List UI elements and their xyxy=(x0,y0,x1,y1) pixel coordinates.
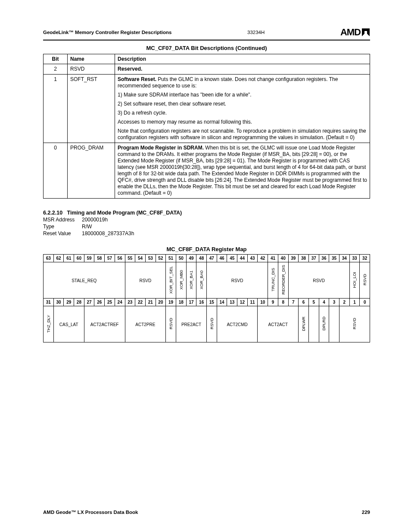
regmap-title: MC_CF8F_DATA Register Map xyxy=(43,246,370,252)
regmap-field: XOR_BA0 xyxy=(196,262,207,299)
section-heading: 6.2.2.10 Timing and Mode Program (MC_CF8… xyxy=(43,210,370,216)
regmap-field: RSVD xyxy=(207,262,268,299)
regmap-field: DPLRD xyxy=(319,306,329,342)
amd-logo: AMD xyxy=(340,27,370,38)
regmap-table: 6362616059585756555453525150494847464544… xyxy=(43,254,370,342)
footer-left: AMD Geode™ LX Processors Data Book xyxy=(43,510,138,515)
col-name: Name xyxy=(68,54,115,64)
regmap-field: XOR_BA1 xyxy=(186,262,196,299)
page: GeodeLink™ Memory Controller Register De… xyxy=(0,0,411,532)
regmap-field: TRUNC_DIS xyxy=(268,262,278,299)
regmap-field: RSVD xyxy=(360,262,370,299)
regmap-field: ACT2PRE xyxy=(125,306,166,342)
header-docnum: 33234H xyxy=(247,30,265,35)
table-row: 0PROG_DRAMProgram Mode Register in SDRAM… xyxy=(44,143,370,199)
regmap-field: XOR_MB0 xyxy=(176,262,186,299)
amd-arrow-icon xyxy=(361,28,370,37)
regmap-field: ACT2ACT xyxy=(258,306,299,342)
regmap-field: PRE2ACT xyxy=(176,306,206,342)
regmap-field: RSVD xyxy=(207,306,217,342)
page-footer: AMD Geode™ LX Processors Data Book 229 xyxy=(43,510,370,515)
regmap-field: XOR_BIT_SEL xyxy=(166,262,176,299)
col-desc: Description xyxy=(115,54,370,64)
regmap-field: CAS_LAT xyxy=(53,306,84,342)
regmap-field: REORDER_DIS xyxy=(278,262,288,299)
regmap-field: THZ_DLY xyxy=(44,306,54,342)
regmap-field: STALE_REQ xyxy=(44,262,125,299)
footer-pagenum: 229 xyxy=(362,510,370,515)
bitdesc-table: Bit Name Description 2RSVDReserved.1SOFT… xyxy=(43,54,370,199)
col-bit: Bit xyxy=(44,54,68,64)
regmap-field: RSVD xyxy=(166,306,176,342)
table-row: 2RSVDReserved. xyxy=(44,64,370,75)
regmap-field: RSVD xyxy=(125,262,166,299)
regmap-field: ACT2ACTREF xyxy=(84,306,125,342)
header-title: GeodeLink™ Memory Controller Register De… xyxy=(43,30,171,35)
regmap-field: HOI_LOI xyxy=(349,262,360,299)
regmap-field xyxy=(329,306,339,342)
type-row: Type R/W xyxy=(43,224,370,230)
msr-address-row: MSR Address 20000019h xyxy=(43,217,370,223)
page-header: GeodeLink™ Memory Controller Register De… xyxy=(43,27,370,40)
bitdesc-title: MC_CF07_DATA Bit Descriptions (Continued… xyxy=(43,45,370,51)
regmap-field: RSVD xyxy=(339,306,370,342)
regmap-field: RSVD xyxy=(288,262,349,299)
reset-row: Reset Value 18000008_287337A3h xyxy=(43,230,370,236)
regmap-field: ACT2CMD xyxy=(217,306,258,342)
regmap-field xyxy=(308,306,319,342)
regmap-field: DPLWR xyxy=(299,306,309,342)
table-row: 1SOFT_RSTSoftware Reset. Puts the GLMC i… xyxy=(44,75,370,143)
